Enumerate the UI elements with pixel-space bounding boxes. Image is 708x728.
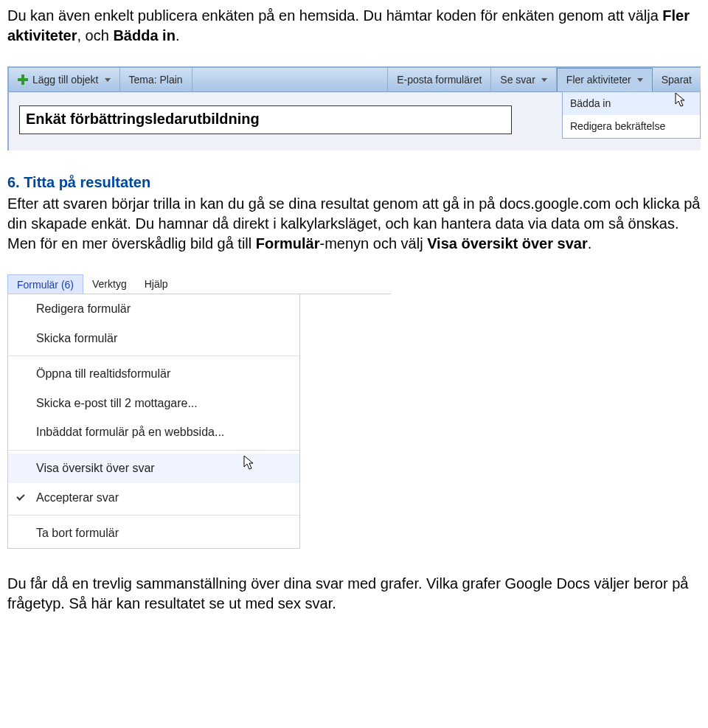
cursor-icon: [675, 92, 687, 108]
menu-verktyg[interactable]: Verktyg: [83, 274, 136, 294]
chevron-down-icon: [105, 78, 111, 82]
menu-item-redigera-label: Redigera formulär: [36, 302, 131, 315]
dropdown-confirm-label: Redigera bekräftelse: [570, 120, 665, 132]
menu-separator: [8, 356, 299, 356]
menu-formular[interactable]: Formulär (6): [7, 274, 83, 294]
menu-item-redigera[interactable]: Redigera formulär: [8, 294, 299, 324]
menu-item-inbaddat-label: Inbäddat formulär på en webbsida...: [36, 426, 224, 438]
email-form-button[interactable]: E-posta formuläret: [388, 68, 491, 91]
menu-item-epost-label: Skicka e-post till 2 mottagare...: [36, 397, 198, 409]
dropdown-item-confirm[interactable]: Redigera bekräftelse: [563, 115, 700, 138]
menu-item-epost[interactable]: Skicka e-post till 2 mottagare...: [8, 389, 299, 418]
menu-separator: [8, 450, 299, 451]
dropdown-embed-label: Bädda in: [570, 97, 611, 109]
check-icon: [17, 490, 27, 501]
form-toolbar: Lägg till objekt Tema: Plain E-posta for…: [9, 68, 701, 92]
menu-item-visa-label: Visa översikt över svar: [36, 462, 155, 474]
menu-item-inbaddat[interactable]: Inbäddat formulär på en webbsida...: [8, 417, 299, 447]
see-responses-button[interactable]: Se svar: [491, 68, 556, 91]
toolbar-spacer: [192, 68, 389, 91]
menu-item-tabort[interactable]: Ta bort formulär: [8, 519, 299, 548]
menu-formular-label: Formulär (6): [17, 279, 74, 291]
section-6: 6. Titta på resultaten Efter att svaren …: [7, 173, 701, 254]
add-object-button[interactable]: Lägg till objekt: [9, 68, 120, 91]
email-form-label: E-posta formuläret: [397, 73, 482, 87]
cursor-icon: [243, 455, 255, 471]
menu-item-accepterar[interactable]: Accepterar svar: [8, 483, 299, 513]
menu-hjalp[interactable]: Hjälp: [136, 274, 177, 294]
chevron-down-icon: [637, 78, 643, 82]
screenshot-toolbar: Lägg till objekt Tema: Plain E-posta for…: [7, 66, 701, 150]
section-6-text-b: -menyn och välj: [320, 235, 428, 252]
menu-item-accepterar-label: Accepterar svar: [36, 491, 119, 504]
more-activities-label: Fler aktiviteter: [566, 73, 631, 87]
menu-item-oppna[interactable]: Öppna till realtidsformulär: [8, 359, 299, 389]
menu-item-skicka[interactable]: Skicka formulär: [8, 324, 299, 353]
more-activities-button[interactable]: Fler aktiviteter: [557, 68, 653, 91]
saved-label: Sparat: [662, 73, 692, 87]
theme-button[interactable]: Tema: Plain: [120, 68, 192, 91]
screenshot-menu: Formulär (6) Verktyg Hjälp Redigera form…: [7, 274, 391, 549]
plus-icon: [18, 74, 28, 85]
theme-label: Tema: Plain: [129, 73, 183, 87]
menu-item-skicka-label: Skicka formulär: [36, 332, 117, 344]
outro-paragraph: Du får då en trevlig sammanställning öve…: [7, 574, 701, 614]
section-6-text-c: .: [588, 235, 592, 252]
see-responses-label: Se svar: [500, 73, 535, 87]
add-object-label: Lägg till objekt: [32, 73, 99, 87]
formular-dropdown: Redigera formulär Skicka formulär Öppna …: [7, 294, 300, 549]
intro-text-b: , och: [77, 27, 114, 44]
menu-bar: Formulär (6) Verktyg Hjälp: [7, 274, 391, 294]
saved-status: Sparat: [653, 68, 701, 91]
intro-text-c: .: [176, 27, 180, 44]
menu-item-tabort-label: Ta bort formulär: [36, 527, 119, 539]
form-title-input[interactable]: Enkät förbättringsledarutbildning: [19, 105, 512, 134]
menu-item-oppna-label: Öppna till realtidsformulär: [36, 367, 170, 380]
intro-bold-b: Bädda in: [113, 27, 175, 44]
section-6-heading: 6. Titta på resultaten: [7, 173, 701, 193]
menu-verktyg-label: Verktyg: [92, 278, 127, 290]
form-title-text: Enkät förbättringsledarutbildning: [26, 111, 260, 127]
intro-paragraph: Du kan även enkelt publicera enkäten på …: [7, 6, 701, 46]
menu-separator: [8, 515, 299, 516]
outro-text: Du får då en trevlig sammanställning öve…: [7, 575, 688, 611]
section-6-bold-a: Formulär: [256, 235, 320, 252]
intro-text-a: Du kan även enkelt publicera enkäten på …: [7, 7, 662, 24]
section-6-body: Efter att svaren börjar trilla in kan du…: [7, 194, 701, 254]
menu-item-visa[interactable]: Visa översikt över svar: [8, 454, 299, 483]
chevron-down-icon: [541, 78, 547, 82]
dropdown-item-embed[interactable]: Bädda in: [563, 92, 700, 115]
section-6-bold-b: Visa översikt över svar: [427, 235, 588, 252]
more-activities-dropdown: Bädda in Redigera bekräftelse: [562, 91, 701, 139]
menu-hjalp-label: Hjälp: [145, 278, 168, 290]
